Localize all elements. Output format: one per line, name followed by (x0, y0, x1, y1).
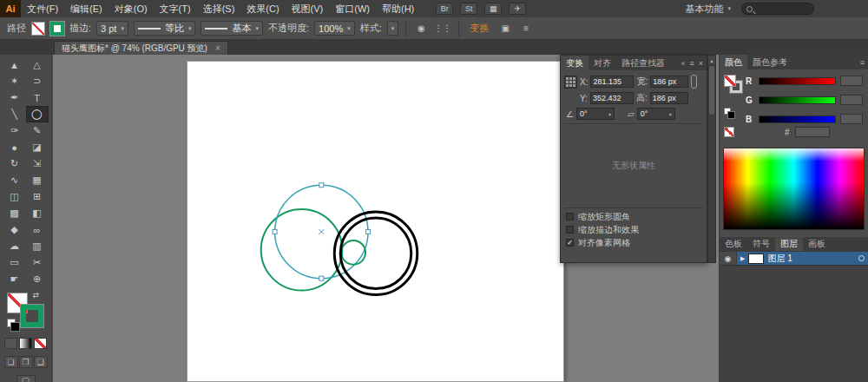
draw-inside-icon[interactable]: ❑ (34, 356, 48, 368)
rotate-tool[interactable]: ↻ (3, 155, 26, 172)
gradient-button[interactable] (19, 338, 32, 349)
opacity-combo[interactable]: 100% ▾ (314, 21, 355, 36)
hex-field[interactable] (795, 127, 830, 137)
selection-tool[interactable]: ▲ (3, 56, 26, 73)
slice-tool[interactable]: ✂ (26, 254, 49, 271)
color-spectrum[interactable] (723, 148, 865, 230)
artboard[interactable] (187, 61, 564, 382)
draw-normal-icon[interactable]: ❏ (4, 356, 18, 368)
menu-help[interactable]: 帮助(H) (376, 0, 420, 17)
color-button[interactable] (4, 338, 17, 349)
menu-type[interactable]: 文字(T) (154, 0, 197, 17)
green-circle-large[interactable] (261, 209, 342, 290)
tab-color-guide[interactable]: 颜色参考 (747, 55, 792, 69)
symbol-sprayer-tool[interactable]: ☁ (3, 238, 26, 254)
isolate-mode-icon[interactable]: ▣ (497, 22, 513, 36)
search-box[interactable] (741, 3, 814, 15)
mini-fill-well[interactable] (724, 75, 736, 87)
app-logo[interactable]: Ai (0, 0, 21, 17)
pen-tool[interactable]: ✒ (3, 89, 26, 106)
option-scale-rect-corners-checkbox[interactable] (566, 213, 574, 221)
layer-selected-area[interactable]: ▶图层 1 (737, 252, 868, 265)
menu-edit[interactable]: 编辑(E) (64, 0, 108, 17)
zoom-tool[interactable]: ⊕ (26, 271, 49, 287)
menu-window[interactable]: 窗口(W) (329, 0, 376, 17)
bridge-icon[interactable]: Br (436, 3, 453, 15)
width-field[interactable]: 186 px (650, 76, 688, 88)
screen-mode-icon[interactable]: ▢ (16, 375, 36, 382)
tab-color[interactable]: 颜色 (720, 55, 747, 69)
option-scale-strokes-effects[interactable]: 缩放描边和效果 (564, 223, 703, 236)
tab-transform[interactable]: 变换 (561, 56, 589, 70)
shape-builder-tool[interactable]: ◫ (3, 188, 26, 205)
style-combo[interactable]: ▾ (387, 21, 399, 36)
stock-icon[interactable]: St (460, 3, 477, 15)
type-tool[interactable]: T (26, 89, 49, 106)
scrollbar-thumb[interactable] (709, 66, 714, 115)
close-icon[interactable]: × (215, 43, 220, 53)
stroke-color-well[interactable] (21, 305, 43, 327)
recolor-artwork-icon[interactable]: ◉ (413, 22, 429, 36)
direct-selection-tool[interactable]: △ (26, 56, 49, 73)
option-align-pixel-grid[interactable]: ✓对齐像素网格 (564, 236, 703, 249)
channel-r-slider[interactable] (759, 77, 836, 85)
perspective-grid-tool[interactable]: ⊞ (26, 188, 49, 205)
pencil-tool[interactable]: ✎ (26, 122, 49, 139)
panel-scrollbar[interactable]: ▴ (707, 55, 716, 263)
black-ring-inner[interactable] (340, 218, 411, 289)
channel-b-slider[interactable] (759, 115, 836, 123)
anchor-point[interactable] (319, 183, 324, 188)
y-field[interactable]: 352.432 (590, 92, 634, 104)
channel-b-value-field[interactable] (840, 114, 863, 124)
tab-pathfinder[interactable]: 路径查找器 (616, 56, 670, 70)
option-scale-strokes-effects-checkbox[interactable] (566, 226, 574, 234)
gradient-tool[interactable]: ◧ (26, 205, 49, 221)
swap-fill-stroke-icon[interactable]: ⇄ (33, 291, 40, 300)
hand-tool[interactable]: ☛ (3, 271, 26, 287)
tab-artboards[interactable]: 画板 (803, 237, 831, 252)
black-ring-outer[interactable] (334, 212, 417, 294)
tab-align[interactable]: 对齐 (589, 56, 616, 70)
width-tool[interactable]: ∿ (3, 172, 26, 188)
eyedropper-tool[interactable]: ◆ (3, 221, 26, 238)
mini-default-colors-icon[interactable] (724, 108, 731, 115)
scroll-up-icon[interactable]: ▴ (708, 56, 715, 64)
workspace-switcher[interactable]: 基本功能 ▾ (685, 3, 731, 16)
blob-brush-tool[interactable]: ● (3, 139, 26, 155)
anchor-point[interactable] (319, 276, 324, 280)
anchor-point[interactable] (273, 229, 277, 234)
layer-row[interactable]: ◉▶图层 1 (720, 251, 868, 266)
channel-g-slider[interactable] (759, 96, 836, 104)
artboard-tool[interactable]: ▭ (3, 254, 26, 271)
menu-view[interactable]: 视图(V) (286, 0, 330, 17)
option-align-pixel-grid-checkbox[interactable]: ✓ (566, 239, 574, 247)
tab-layers[interactable]: 图层 (775, 237, 803, 252)
width-profile-combo[interactable]: 等比 ▾ (134, 21, 196, 36)
shear-combo[interactable]: 0° ▾ (637, 108, 675, 120)
x-field[interactable]: 281.135 (590, 76, 634, 88)
constrain-proportions-icon[interactable] (691, 75, 697, 89)
stroke-swatch[interactable] (50, 22, 64, 36)
fill-swatch[interactable] (31, 22, 45, 36)
default-fill-stroke-icon[interactable] (7, 319, 16, 327)
transform-panel-link[interactable]: 变换 (466, 22, 492, 35)
eraser-tool[interactable]: ◪ (26, 139, 49, 155)
draw-behind-icon[interactable]: ❐ (19, 356, 33, 368)
panel-menu-icon[interactable]: ≡ (860, 58, 865, 67)
layer-thumbnail[interactable] (748, 254, 764, 264)
control-panel-menu-icon[interactable]: ≡ (518, 22, 534, 36)
tab-swatches[interactable]: 色板 (720, 237, 747, 252)
blend-tool[interactable]: ∞ (26, 221, 49, 238)
arrange-documents-icon[interactable]: ▦ (484, 3, 502, 15)
panel-menu-icon[interactable]: ≡ (689, 59, 694, 68)
anchor-point[interactable] (366, 229, 371, 234)
line-segment-tool[interactable]: ╲ (3, 106, 26, 122)
magic-wand-tool[interactable]: ✶ (3, 73, 26, 89)
menu-effect[interactable]: 效果(C) (240, 0, 285, 17)
rotate-combo[interactable]: 0° ▾ (576, 108, 615, 120)
menu-file[interactable]: 文件(F) (21, 0, 64, 17)
paintbrush-tool[interactable]: ✑ (3, 122, 26, 139)
ellipse-tool[interactable]: ◯ (26, 106, 49, 122)
menu-select[interactable]: 选择(S) (197, 0, 241, 17)
height-field[interactable]: 186 px (650, 92, 688, 104)
